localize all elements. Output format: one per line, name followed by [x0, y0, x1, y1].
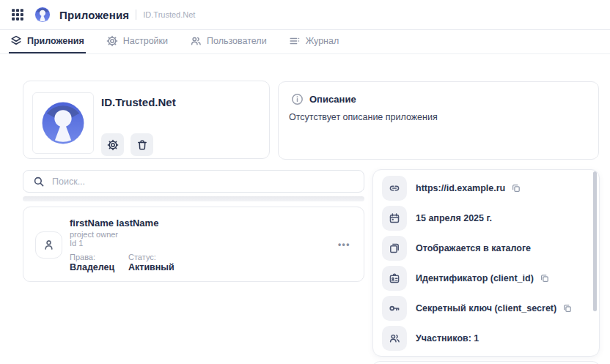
member-avatar: [35, 231, 62, 259]
detail-row-client-id: Идентификатор (client_id): [373, 263, 599, 293]
detail-row-members-count: Участников: 1: [373, 323, 599, 353]
detail-row-client-secret: Секретный ключ (client_secret): [373, 293, 599, 323]
client-id-text: Идентификатор (client_id): [416, 273, 534, 283]
search-icon: [33, 176, 45, 187]
copy-client-id-button[interactable]: [540, 273, 550, 283]
page-title: Приложения: [59, 9, 129, 21]
id-card-icon: [382, 266, 407, 291]
tab-label: Настройки: [123, 36, 168, 46]
brand-logo-icon: [34, 7, 51, 23]
detail-row-catalog: Отображается в каталоге: [373, 233, 599, 263]
description-empty-text: Отсутствует описание приложения: [289, 112, 438, 122]
delete-button[interactable]: [131, 133, 153, 156]
link-icon: [382, 176, 407, 201]
list-scroll-strip: [23, 196, 364, 201]
trash-icon: [136, 139, 148, 151]
member-status-label: Статус:: [128, 253, 156, 261]
member-card: firstName lastName project owner Id 1 Пр…: [23, 207, 364, 282]
next-card-edge: [372, 361, 600, 364]
copy-url-button[interactable]: [511, 183, 521, 193]
members-count-text: Участников: 1: [416, 333, 479, 343]
tab-label: Приложения: [27, 36, 84, 46]
gear-icon: [107, 139, 119, 151]
created-date-text: 15 апреля 2025 г.: [416, 213, 492, 223]
layers-icon: [10, 35, 22, 47]
description-header: Описание: [291, 93, 356, 105]
description-card: Описание Отсутствует описание приложения: [278, 81, 599, 160]
gear-icon: [106, 35, 118, 47]
search-box: [23, 170, 364, 193]
journal-icon: [289, 35, 301, 47]
info-icon: [291, 93, 304, 105]
member-role: project owner: [70, 230, 118, 239]
panel-scrollbar[interactable]: [593, 171, 597, 311]
users-icon: [190, 35, 202, 47]
tab-label: Пользователи: [207, 36, 267, 46]
member-id: Id 1: [70, 239, 83, 248]
detail-row-app-url: https://id.example.ru: [373, 173, 599, 203]
key-icon: [382, 296, 407, 321]
application-card: ID.Trusted.Net: [23, 81, 270, 159]
tab-users[interactable]: Пользователи: [188, 30, 268, 53]
catalog-icon: [382, 236, 407, 261]
member-status-value: Активный: [128, 262, 174, 272]
member-menu-button[interactable]: •••: [338, 239, 350, 250]
copy-icon: [540, 273, 550, 283]
top-bar: Приложения ID.Trusted.Net: [0, 0, 610, 30]
person-icon: [42, 238, 56, 252]
member-rights-value: Владелец: [70, 262, 114, 272]
member-rights-label: Права:: [70, 253, 95, 261]
copy-icon: [511, 183, 521, 193]
context-app-name: ID.Trusted.Net: [143, 10, 195, 19]
title-divider: [136, 10, 136, 20]
member-name: firstName lastName: [70, 218, 158, 229]
members-icon: [382, 326, 407, 351]
search-input[interactable]: [52, 177, 345, 187]
tab-bar: Приложения Настройки Пользователи Журнал: [0, 30, 610, 54]
application-avatar: [32, 92, 94, 154]
app-url-text: https://id.example.ru: [416, 183, 505, 193]
application-actions: [101, 133, 153, 156]
tab-settings[interactable]: Настройки: [105, 30, 169, 53]
client-secret-text: Секретный ключ (client_secret): [416, 303, 556, 313]
catalog-text: Отображается в каталоге: [416, 243, 531, 253]
application-name: ID.Trusted.Net: [101, 96, 176, 108]
tab-journal[interactable]: Журнал: [287, 30, 341, 53]
description-title: Описание: [309, 94, 356, 105]
settings-button[interactable]: [101, 133, 124, 156]
copy-icon: [562, 303, 573, 313]
calendar-icon: [382, 206, 407, 231]
detail-row-created-date: 15 апреля 2025 г.: [373, 203, 599, 233]
apps-grid-icon[interactable]: [11, 8, 24, 21]
tab-applications[interactable]: Приложения: [9, 30, 86, 53]
app-details-panel: https://id.example.ru 15 апреля 2025 г. …: [372, 169, 600, 357]
tab-label: Журнал: [306, 36, 339, 46]
copy-client-secret-button[interactable]: [562, 303, 573, 313]
